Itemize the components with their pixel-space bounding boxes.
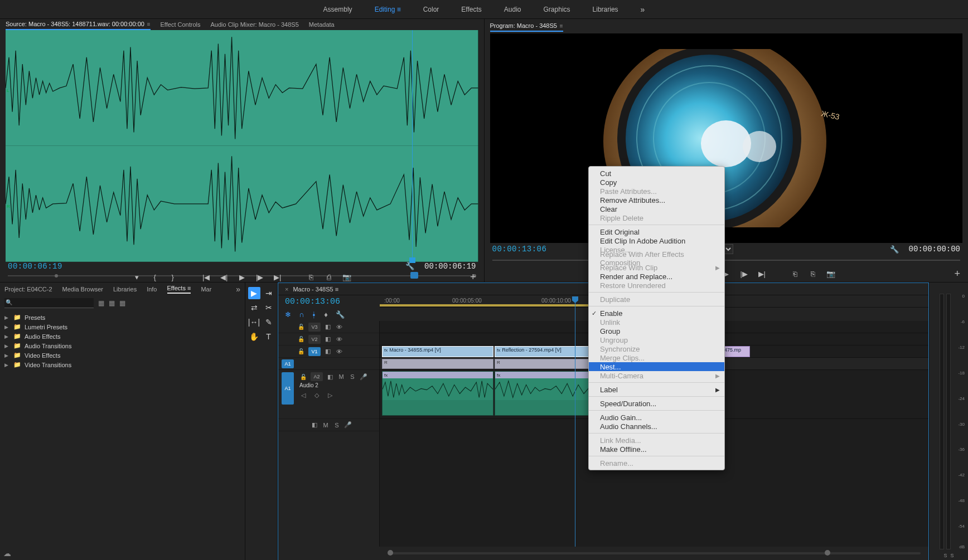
preset-icon-2[interactable]: ▦ <box>109 299 115 307</box>
toggle-output-icon[interactable]: ◧ <box>324 323 332 330</box>
solo-icon[interactable]: S <box>349 373 356 380</box>
lock-icon[interactable]: 🔓 <box>299 374 307 380</box>
track-header-a1[interactable]: A1 <box>278 358 379 370</box>
workspace-libraries[interactable]: Libraries <box>593 3 618 16</box>
toggle-output-icon[interactable]: ◧ <box>324 335 332 343</box>
step-forward-icon[interactable]: |▶ <box>255 272 265 282</box>
slip-tool[interactable]: |↔| <box>248 316 260 328</box>
insert-icon[interactable]: ⎘ <box>306 272 316 282</box>
lock-icon[interactable]: 🔓 <box>297 348 305 354</box>
solo-icon[interactable]: S <box>333 422 341 428</box>
effects-search-input[interactable] <box>4 298 94 308</box>
tab-media-browser[interactable]: Media Browser <box>62 286 103 293</box>
toggle-output-icon[interactable]: ◧ <box>324 348 332 355</box>
workspace-audio[interactable]: Audio <box>504 3 521 16</box>
tl-snap-icon[interactable]: ❄ <box>285 310 291 319</box>
program-monitor[interactable]: Ж-53 <box>490 33 963 243</box>
prog-step-fwd-icon[interactable]: |▶ <box>739 269 749 279</box>
prog-lift-icon[interactable]: ⎗ <box>790 269 800 279</box>
keyframe-add-icon[interactable]: ◇ <box>313 392 321 399</box>
workspace-color[interactable]: Color <box>423 3 439 16</box>
tl-wrench-icon[interactable]: 🔧 <box>336 310 345 319</box>
tab-info[interactable]: Info <box>147 286 157 293</box>
mark-in-icon[interactable]: { <box>150 272 160 282</box>
tab-libraries-panel[interactable]: Libraries <box>113 286 137 293</box>
eye-icon[interactable]: 👁 <box>335 348 343 355</box>
selection-tool[interactable]: ▶ <box>248 287 260 299</box>
source-patch-a1[interactable]: A1 <box>282 372 294 405</box>
workspace-assembly[interactable]: Assembly <box>323 3 352 16</box>
workspace-effects[interactable]: Effects <box>461 3 481 16</box>
track-header-v2[interactable]: 🔓 V2 ◧ 👁 <box>278 333 379 345</box>
voice-icon[interactable]: 🎤 <box>344 421 352 428</box>
lock-icon[interactable]: 🔓 <box>297 336 305 342</box>
mute-icon[interactable]: M <box>337 373 345 380</box>
ctx-clear[interactable]: Clear <box>589 204 724 213</box>
mute-icon[interactable]: M <box>322 422 330 428</box>
ctx-enable[interactable]: ✓Enable <box>589 309 724 318</box>
track-header-a2[interactable]: A1 🔓 A2 ◧ M S 🎤 Audio 2 ◁ <box>278 370 379 419</box>
prog-button-editor-icon[interactable]: + <box>954 268 960 280</box>
tl-add-marker-icon[interactable]: ♦ <box>324 310 328 319</box>
keyframe-prev-icon[interactable]: ◁ <box>299 392 307 399</box>
preset-icon-3[interactable]: ▦ <box>119 299 125 307</box>
fx-audio-effects[interactable]: ▶📁Audio Effects <box>4 332 240 341</box>
close-sequence-icon[interactable]: × <box>285 286 288 293</box>
ctx-copy[interactable]: Copy <box>589 178 724 187</box>
program-settings-icon[interactable]: 🔧 <box>890 245 899 254</box>
track-header-master[interactable]: ◧ M S 🎤 <box>278 419 379 431</box>
pen-tool[interactable]: ✎ <box>263 316 275 328</box>
ctx-remove-attributes-[interactable]: Remove Attributes... <box>589 196 724 204</box>
tab-source[interactable]: Source: Macro - 348S5: 1488711.wav: 00:0… <box>6 19 151 30</box>
type-tool[interactable]: T <box>263 330 275 343</box>
add-marker-icon[interactable]: ▾ <box>132 272 142 282</box>
tl-link-icon[interactable]: ∩ <box>299 310 304 319</box>
ctx-audio-channels-[interactable]: Audio Channels... <box>589 422 724 431</box>
clip-a1-r1[interactable]: R <box>382 359 493 369</box>
tab-project[interactable]: Project: E04CC-2 <box>4 286 52 293</box>
sequence-tab[interactable]: Macro - 348S5 ≡ <box>293 286 338 293</box>
ripple-tool[interactable]: ⇄ <box>248 301 260 314</box>
project-tabs-overflow[interactable]: » <box>236 285 240 294</box>
voice-icon[interactable]: 🎤 <box>360 373 367 381</box>
timeline-playhead[interactable] <box>575 296 575 547</box>
tab-markers[interactable]: Mar <box>201 286 211 293</box>
track-header-icon[interactable]: ◧ <box>326 373 334 381</box>
workspace-graphics[interactable]: Graphics <box>544 3 570 16</box>
clip-v1-macro[interactable]: fxMacro - 348S5.mp4 [V] <box>382 346 493 357</box>
tab-effects-panel[interactable]: Effects ≡ <box>167 285 191 294</box>
eye-icon[interactable]: 👁 <box>335 336 343 343</box>
export-frame-icon[interactable]: 📷 <box>342 272 352 282</box>
meter-solo-l[interactable]: S <box>943 553 947 558</box>
ctx-cut[interactable]: Cut <box>589 169 724 178</box>
track-select-tool[interactable]: ⇥ <box>263 287 275 299</box>
eye-icon[interactable]: 👁 <box>335 324 343 330</box>
tab-program[interactable]: Program: Macro - 348S5 ≡ <box>490 21 563 32</box>
fx-video-effects[interactable]: ▶📁Video Effects <box>4 350 240 360</box>
overwrite-icon[interactable]: ⎙ <box>324 272 334 282</box>
ctx-edit-clip-in-adobe-audition[interactable]: Edit Clip In Adobe Audition <box>589 236 724 245</box>
razor-tool[interactable]: ✂ <box>263 301 275 314</box>
prog-extract-icon[interactable]: ⎘ <box>808 269 818 279</box>
program-scrub[interactable] <box>492 255 961 265</box>
play-icon[interactable]: ▶ <box>237 272 247 282</box>
ctx-audio-gain-[interactable]: Audio Gain... <box>589 413 724 422</box>
tab-metadata[interactable]: Metadata <box>309 20 335 30</box>
program-tc-current[interactable]: 00:00:13:06 <box>492 245 547 254</box>
fx-video-trans[interactable]: ▶📁Video Transitions <box>4 360 240 369</box>
track-header-v3[interactable]: 🔓 V3 ◧ 👁 <box>278 321 379 333</box>
ctx-make-offline-[interactable]: Make Offline... <box>589 445 724 454</box>
ctx-render-and-replace-[interactable]: Render and Replace... <box>589 272 724 281</box>
timeline-tc[interactable]: 00:00:13:06 <box>285 297 340 306</box>
source-tc-current[interactable]: 00:00:06:19 <box>8 262 62 271</box>
timeline-zoom[interactable] <box>388 549 921 558</box>
source-settings-icon[interactable]: 🔧 <box>405 262 414 270</box>
prog-go-out-icon[interactable]: ▶| <box>757 269 767 279</box>
lock-icon[interactable]: 🔓 <box>297 324 305 330</box>
ctx-group[interactable]: Group <box>589 327 724 335</box>
go-to-out-icon[interactable]: ▶| <box>273 272 283 282</box>
step-back-icon[interactable]: ◀| <box>219 272 229 282</box>
prog-export-frame-icon[interactable]: 📷 <box>826 269 836 279</box>
workspace-editing[interactable]: Editing <box>375 3 401 16</box>
fx-lumetri[interactable]: ▶📁Lumetri Presets <box>4 322 240 332</box>
